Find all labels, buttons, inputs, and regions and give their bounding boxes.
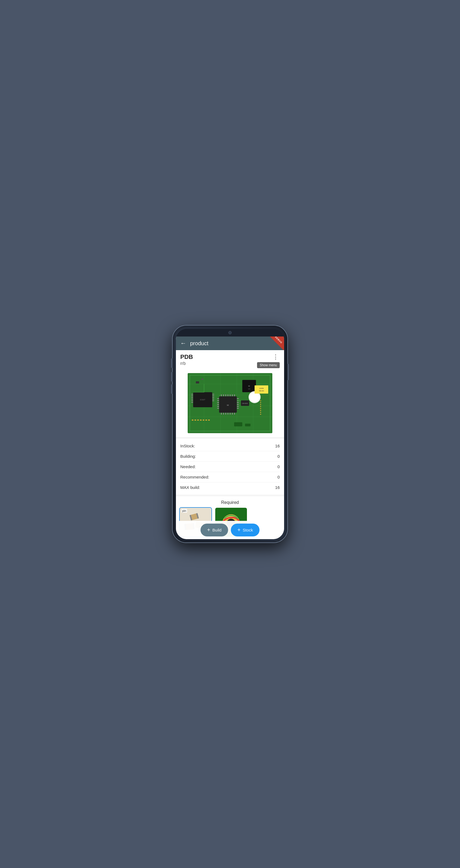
needed-label: Needed: [180,464,196,469]
required-section-title: Required [176,496,284,507]
svg-rect-78 [234,422,242,426]
instock-label: InStock: [180,443,195,448]
svg-rect-50 [212,400,214,401]
svg-rect-33 [225,413,226,414]
product-image[interactable]: M [188,373,272,433]
svg-rect-18 [237,398,239,399]
svg-rect-21 [237,404,239,405]
svg-rect-49 [212,399,214,400]
product-header: PDB rrb ⋮ Show menu [176,350,284,370]
build-plus-icon: + [207,527,210,533]
svg-rect-41 [191,396,193,396]
svg-rect-65 [197,420,199,421]
svg-rect-66 [200,420,202,421]
svg-rect-15 [217,404,219,405]
needed-value: 0 [278,464,280,469]
svg-rect-28 [230,394,231,396]
recommended-value: 0 [278,475,280,479]
stat-row-recommended: Recommended: 0 [180,472,280,482]
svg-rect-37 [234,413,235,414]
svg-rect-69 [208,420,210,421]
stat-row-instock: InStock: 16 [180,441,280,451]
svg-rect-25 [223,394,224,396]
svg-rect-42 [191,397,193,398]
stock-plus-icon: + [237,527,241,533]
scroll-content[interactable]: PDB rrb ⋮ Show menu [176,350,284,539]
menu-area: ⋮ Show menu [257,353,280,368]
top-bar: ← product DEBUG [176,337,284,350]
svg-rect-27 [227,394,228,396]
stat-row-maxbuild: MAX build: 16 [180,482,280,492]
pcb-circuit-board: M [188,373,272,433]
svg-rect-13 [217,400,219,401]
svg-rect-74 [260,408,261,409]
building-value: 0 [278,454,280,459]
maxbuild-label: MAX build: [180,485,200,490]
svg-rect-23 [237,408,239,409]
svg-rect-57 [201,378,204,380]
svg-rect-45 [191,402,193,403]
recommended-label: Recommended: [180,475,209,479]
svg-text:789-000: 789-000 [259,390,264,392]
bottom-buttons: + Build + Stock [176,521,284,539]
product-image-container: M [176,370,284,437]
svg-rect-12 [217,398,219,399]
stat-row-needed: Needed: 0 [180,462,280,472]
svg-rect-29 [232,394,233,396]
product-name: PDB [180,353,193,361]
page-title: product [190,340,280,347]
svg-rect-36 [232,413,233,414]
stock-button-label: Stock [243,528,253,532]
svg-rect-56 [196,381,199,383]
show-menu-tooltip[interactable]: Show menu [257,362,280,368]
instock-value: 16 [275,443,280,448]
svg-rect-35 [230,413,231,414]
product-subtitle: rrb [180,361,193,366]
svg-rect-31 [221,413,222,414]
app-content: ← product DEBUG PDB rrb ⋮ [176,337,284,539]
product-info: PDB rrb [180,353,193,366]
svg-rect-70 [260,400,261,401]
camera-notch [228,331,232,334]
svg-rect-16 [217,406,219,407]
phone-screen: ← product DEBUG PDB rrb ⋮ [176,329,284,539]
svg-rect-34 [227,413,228,414]
svg-rect-26 [225,394,226,396]
more-options-button[interactable]: ⋮ [272,353,280,361]
back-button[interactable]: ← [180,340,186,347]
svg-rect-22 [237,406,239,407]
svg-rect-63 [192,420,193,421]
svg-rect-40 [191,394,193,395]
svg-text:CB-3C3C: CB-3C3C [242,403,248,404]
svg-rect-79 [245,424,250,426]
svg-rect-17 [217,408,219,409]
stats-section: InStock: 16 Building: 0 Needed: 0 Recomm… [176,439,284,495]
svg-text:123: 123 [248,388,250,390]
svg-rect-68 [206,420,207,421]
svg-rect-43 [191,399,193,400]
svg-text:ESMT: ESMT [200,399,206,401]
svg-rect-32 [223,413,224,414]
svg-rect-30 [234,394,235,396]
build-button[interactable]: + Build [201,524,228,536]
svg-text:M: M [248,385,250,387]
stock-button[interactable]: + Stock [231,524,259,536]
svg-rect-75 [260,410,261,411]
svg-rect-47 [212,396,214,396]
svg-rect-64 [194,420,196,421]
svg-rect-48 [212,397,214,398]
status-bar [176,329,284,337]
svg-rect-14 [217,402,219,403]
svg-rect-46 [212,394,214,395]
phone-device: ← product DEBUG PDB rrb ⋮ [173,326,287,542]
svg-point-55 [250,392,259,402]
debug-badge: DEBUG [270,337,284,351]
svg-rect-24 [221,394,222,396]
svg-rect-77 [260,414,261,414]
svg-rect-73 [260,406,261,407]
svg-rect-76 [260,412,261,413]
svg-rect-71 [260,402,261,403]
stat-row-building: Building: 0 [180,451,280,462]
svg-rect-67 [203,420,204,421]
svg-rect-60 [254,385,268,394]
